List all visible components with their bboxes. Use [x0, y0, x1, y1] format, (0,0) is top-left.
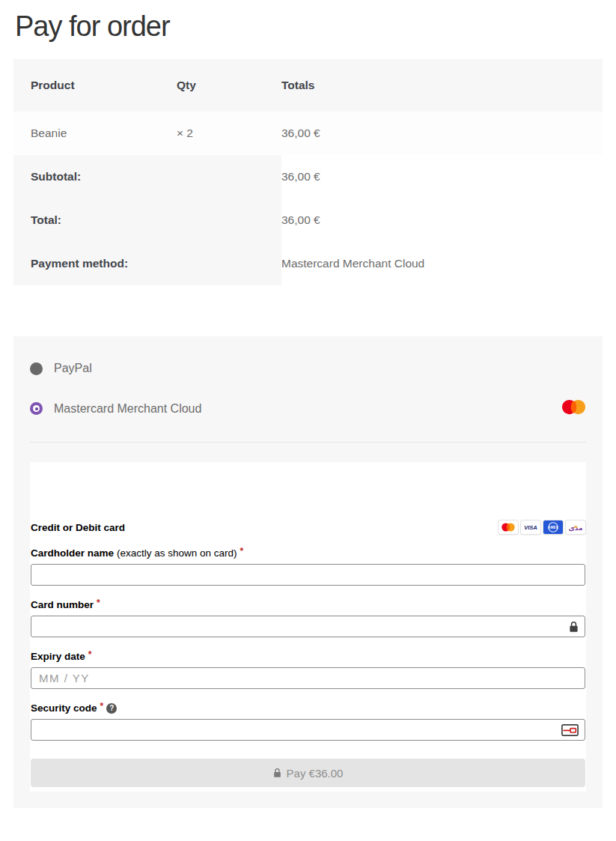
- mastercard-radio-selected[interactable]: [30, 402, 43, 415]
- payment-method-mastercard[interactable]: Mastercard Merchant Cloud: [30, 387, 586, 430]
- required-asterisk: *: [97, 598, 100, 608]
- cardholder-name-label: Cardholder name (exactly as shown on car…: [31, 547, 585, 559]
- order-item-total: 36,00 €: [281, 112, 603, 155]
- total-label: Total:: [13, 198, 281, 242]
- required-asterisk: *: [88, 649, 92, 660]
- security-code-input[interactable]: [31, 719, 585, 741]
- payment-method-value: Mastercard Merchant Cloud: [281, 242, 603, 285]
- visa-icon: VISA: [521, 520, 540, 534]
- subtotal-row: Subtotal: 36,00 €: [13, 155, 603, 198]
- order-review-table: Product Qty Totals Beanie × 2 36,00 € Su…: [13, 59, 603, 285]
- card-form-header: Credit or Debit card VISA: [31, 520, 585, 534]
- svg-text:AMEX: AMEX: [548, 526, 558, 529]
- card-number-label: Card number *: [31, 599, 585, 610]
- subtotal-label: Subtotal:: [13, 155, 281, 198]
- amex-icon: AMEX: [543, 520, 563, 534]
- paypal-radio[interactable]: [30, 362, 43, 375]
- total-value: 36,00 €: [281, 198, 603, 242]
- svg-text:VISA: VISA: [524, 524, 537, 531]
- pay-button[interactable]: Pay €36.00: [31, 759, 585, 787]
- expiry-date-label: Expiry date *: [31, 651, 585, 662]
- column-header-totals: Totals: [281, 59, 603, 112]
- accepted-card-icons: VISA AMEX مدى: [498, 520, 585, 534]
- order-item-row: Beanie × 2 36,00 €: [13, 112, 603, 155]
- payment-section: PayPal Mastercard Merchant Cloud: [13, 336, 603, 808]
- total-row: Total: 36,00 €: [13, 198, 603, 242]
- card-payment-box: Credit or Debit card VISA: [30, 462, 586, 792]
- pay-button-label: Pay €36.00: [287, 767, 344, 780]
- order-item-name: Beanie: [13, 112, 177, 155]
- payment-method-paypal[interactable]: PayPal: [30, 350, 586, 387]
- card-number-field: Card number *: [31, 599, 585, 637]
- security-code-label: Security code * ?: [31, 702, 585, 714]
- payment-method-label: Payment method:: [13, 242, 281, 285]
- order-item-qty: × 2: [177, 112, 281, 155]
- subtotal-value: 36,00 €: [281, 155, 603, 198]
- mada-icon: مدى: [566, 520, 585, 534]
- expiry-date-field: Expiry date *: [31, 651, 585, 689]
- card-form-title: Credit or Debit card: [31, 522, 125, 533]
- payment-method-list: PayPal Mastercard Merchant Cloud: [30, 336, 586, 443]
- paypal-label: PayPal: [54, 362, 92, 375]
- page-title: Pay for order: [15, 10, 603, 43]
- cardholder-name-field: Cardholder name (exactly as shown on car…: [31, 547, 585, 586]
- card-number-input[interactable]: [31, 616, 585, 637]
- order-table-header-row: Product Qty Totals: [13, 59, 603, 112]
- expiry-date-input[interactable]: [31, 667, 585, 689]
- security-code-field: Security code * ?: [31, 702, 585, 741]
- column-header-qty: Qty: [177, 59, 281, 112]
- mastercard-small-icon: [498, 520, 518, 534]
- cvc-card-icon: [561, 724, 579, 736]
- column-header-product: Product: [13, 59, 177, 112]
- mastercard-label: Mastercard Merchant Cloud: [54, 402, 201, 416]
- payment-method-row: Payment method: Mastercard Merchant Clou…: [13, 242, 603, 285]
- lock-icon: [569, 621, 579, 633]
- required-asterisk: *: [100, 701, 104, 711]
- mastercard-logo-icon: [561, 399, 586, 418]
- required-asterisk: *: [240, 546, 244, 556]
- page-container: Pay for order Product Qty Totals Beanie …: [0, 10, 616, 808]
- cardholder-name-input[interactable]: [31, 564, 585, 586]
- pay-button-lock-icon: [273, 768, 281, 778]
- help-icon[interactable]: ?: [106, 703, 117, 714]
